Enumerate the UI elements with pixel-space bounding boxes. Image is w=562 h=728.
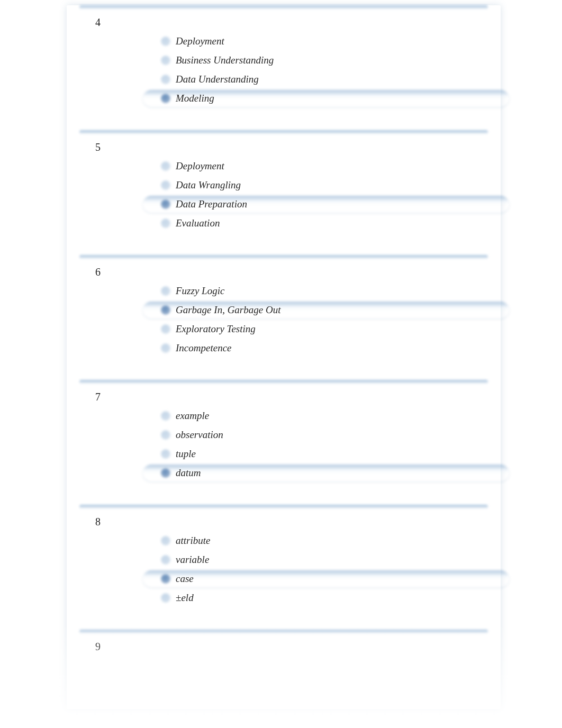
options-list: attributevariablecase±eld [158, 531, 488, 607]
question-number: 4 [79, 16, 488, 29]
question-number: 5 [79, 141, 488, 153]
radio-icon[interactable] [161, 449, 170, 459]
option-row[interactable]: tuple [158, 444, 488, 463]
question-divider [79, 505, 488, 508]
option-row[interactable]: observation [158, 425, 488, 444]
radio-slot[interactable] [158, 555, 174, 565]
question-number: 9 [79, 641, 488, 653]
options-list: DeploymentData WranglingData Preparation… [158, 157, 488, 233]
radio-slot[interactable] [158, 305, 174, 315]
radio-icon[interactable] [161, 305, 170, 315]
option-label: observation [174, 429, 223, 441]
radio-slot[interactable] [158, 286, 174, 296]
question-block: 5DeploymentData WranglingData Preparatio… [67, 130, 501, 255]
radio-icon[interactable] [161, 219, 170, 228]
radio-slot[interactable] [158, 199, 174, 209]
radio-slot[interactable] [158, 449, 174, 459]
radio-icon[interactable] [161, 343, 170, 353]
radio-icon[interactable] [161, 180, 170, 190]
radio-icon[interactable] [161, 94, 170, 103]
radio-icon[interactable] [161, 324, 170, 334]
question-number: 8 [79, 516, 488, 528]
option-label: Garbage In, Garbage Out [174, 304, 280, 316]
radio-icon[interactable] [161, 536, 170, 545]
options-list: exampleobservationtupledatum [158, 406, 488, 483]
option-row[interactable]: Data Understanding [158, 70, 488, 89]
radio-icon[interactable] [161, 75, 170, 84]
radio-icon[interactable] [161, 430, 170, 440]
radio-slot[interactable] [158, 411, 174, 421]
option-row[interactable]: attribute [158, 531, 488, 550]
option-row[interactable]: case [158, 569, 488, 588]
option-label: Incompetence [174, 342, 232, 354]
radio-slot[interactable] [158, 37, 174, 46]
question-divider [79, 380, 488, 384]
radio-icon[interactable] [161, 555, 170, 565]
option-row[interactable]: Modeling [158, 89, 488, 108]
question-number: 6 [79, 266, 488, 278]
option-label: example [174, 410, 209, 422]
option-row[interactable]: Deployment [158, 157, 488, 176]
option-label: Evaluation [174, 217, 220, 229]
question-divider [79, 255, 488, 259]
option-label: Data Wrangling [174, 179, 241, 191]
radio-icon[interactable] [161, 468, 170, 478]
option-row[interactable]: Evaluation [158, 214, 488, 233]
option-label: Exploratory Testing [174, 323, 256, 335]
page: 4DeploymentBusiness UnderstandingData Un… [0, 0, 562, 728]
quiz-panel: 4DeploymentBusiness UnderstandingData Un… [67, 5, 501, 709]
question-block: 8attributevariablecase±eld [67, 505, 501, 630]
radio-icon[interactable] [161, 411, 170, 421]
options-list: Fuzzy LogicGarbage In, Garbage OutExplor… [158, 281, 488, 358]
radio-slot[interactable] [158, 430, 174, 440]
option-label: Modeling [174, 93, 214, 104]
option-row[interactable]: example [158, 406, 488, 425]
option-row[interactable]: ±eld [158, 588, 488, 607]
radio-slot[interactable] [158, 161, 174, 171]
radio-icon[interactable] [161, 56, 170, 65]
radio-slot[interactable] [158, 536, 174, 545]
radio-icon[interactable] [161, 593, 170, 603]
option-row[interactable]: Data Preparation [158, 195, 488, 214]
option-row[interactable]: variable [158, 550, 488, 569]
radio-slot[interactable] [158, 56, 174, 65]
question-block: 6Fuzzy LogicGarbage In, Garbage OutExplo… [67, 255, 501, 380]
option-label: Business Understanding [174, 54, 274, 66]
option-row[interactable]: Garbage In, Garbage Out [158, 301, 488, 320]
option-label: datum [174, 467, 201, 479]
radio-icon[interactable] [161, 574, 170, 584]
option-row[interactable]: datum [158, 463, 488, 483]
option-row[interactable]: Fuzzy Logic [158, 281, 488, 301]
radio-icon[interactable] [161, 199, 170, 209]
option-row[interactable]: Deployment [158, 32, 488, 51]
radio-icon[interactable] [161, 37, 170, 46]
question-divider [79, 630, 488, 633]
option-row[interactable]: Business Understanding [158, 51, 488, 70]
radio-slot[interactable] [158, 324, 174, 334]
radio-slot[interactable] [158, 468, 174, 478]
option-label: tuple [174, 448, 196, 460]
option-label: Data Preparation [174, 198, 247, 210]
option-label: variable [174, 554, 209, 566]
question-block: 9 [67, 630, 501, 678]
radio-slot[interactable] [158, 94, 174, 103]
option-row[interactable]: Data Wrangling [158, 176, 488, 195]
question-number: 7 [79, 391, 488, 403]
option-row[interactable]: Incompetence [158, 339, 488, 358]
option-label: Fuzzy Logic [174, 285, 224, 297]
radio-slot[interactable] [158, 219, 174, 228]
option-label: Data Understanding [174, 74, 259, 85]
option-label: case [174, 573, 194, 585]
radio-slot[interactable] [158, 343, 174, 353]
option-row[interactable]: Exploratory Testing [158, 320, 488, 339]
question-block: 7exampleobservationtupledatum [67, 380, 501, 505]
option-label: ±eld [174, 592, 194, 604]
question-divider [79, 5, 488, 9]
radio-slot[interactable] [158, 593, 174, 603]
radio-slot[interactable] [158, 180, 174, 190]
radio-icon[interactable] [161, 286, 170, 296]
option-label: Deployment [174, 35, 224, 47]
radio-icon[interactable] [161, 161, 170, 171]
radio-slot[interactable] [158, 574, 174, 584]
radio-slot[interactable] [158, 75, 174, 84]
